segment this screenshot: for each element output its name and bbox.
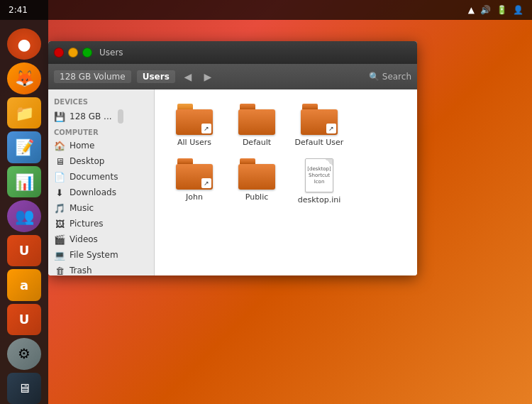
videos-icon: 🎬 [54,234,65,245]
title-bar: Users [48,41,417,64]
nav-back-button[interactable]: ◀ [181,70,195,84]
desktop-ini-file[interactable]: [desktop]ShortcutIcon desktop.ini [291,155,348,207]
computer-section-label: Computer [48,126,154,138]
default-label: Default [243,138,271,147]
sidebar-item-desktop-label: Desktop [70,156,105,166]
maximize-button[interactable] [82,48,92,58]
sidebar-item-videos[interactable]: 🎬 Videos [48,231,154,247]
ubuntu-dash-icon[interactable]: ● [7,28,41,60]
public-folder[interactable]: Public [228,155,285,207]
text-editor-icon[interactable]: 📝 [7,131,41,163]
search-label: Search [382,72,411,82]
user-icon: 👤 [513,5,523,15]
sidebar-item-trash-label: Trash [70,266,92,275]
sidebar-item-128gb-label: 128 GB ... [70,111,112,121]
desktop-icon: 🖥 [54,155,65,167]
window-title: Users [99,48,123,58]
sidebar-item-documents-label: Documents [70,172,118,182]
home-icon: 🏠 [54,140,65,151]
volume-icon: 🔊 [480,5,491,15]
sidebar-item-pictures[interactable]: 🖼 Pictures [48,216,154,231]
sidebar-item-filesystem[interactable]: 💻 File System [48,247,154,263]
sidebar-item-desktop[interactable]: 🖥 Desktop [48,153,154,169]
top-bar: 2:41 ▲ 🔊 🔋 👤 [0,0,532,20]
file-icon: [desktop]ShortcutIcon [305,158,333,192]
music-icon: 🎵 [54,202,65,214]
sidebar-item-music[interactable]: 🎵 Music [48,200,154,216]
files-icon[interactable]: 📁 [7,97,41,129]
spreadsheet-icon[interactable]: 📊 [7,166,41,197]
screen-icon[interactable]: 🖥 [7,373,41,404]
breadcrumb-volume[interactable]: 128 GB Volume [54,70,131,83]
documents-icon: 📄 [54,171,65,182]
sidebar-item-trash[interactable]: 🗑 Trash [48,263,154,275]
default-folder[interactable]: Default [228,101,285,150]
desktop: 2:41 ▲ 🔊 🔋 👤 ● 🦊 📁 📝 📊 👥 U [0,0,532,404]
file-manager-window: Users 128 GB Volume Users ◀ ▶ 🔍 Search D… [48,41,417,275]
settings-icon[interactable]: ⚙ [7,338,41,369]
files-area: ↗ All Users Default [155,89,417,275]
amazon-icon[interactable]: a [7,269,41,300]
device-icon: 💾 [54,111,65,122]
clock: 2:41 [9,5,28,15]
sidebar-item-home[interactable]: 🏠 Home [48,138,154,153]
network-icon: ▲ [468,5,475,15]
ubuntu-one-icon[interactable]: U [7,235,41,266]
top-bar-icons: ▲ 🔊 🔋 👤 [468,5,523,15]
trash-icon: 🗑 [54,265,65,275]
devices-section-label: Devices [48,95,154,107]
sidebar-item-pictures-label: Pictures [70,219,104,229]
sidebar-item-128gb[interactable]: 💾 128 GB ... [48,107,154,126]
sidebar-item-music-label: Music [70,203,94,213]
sidebar: Devices 💾 128 GB ... Computer 🏠 Home 🖥 D… [48,89,155,275]
public-label: Public [245,192,269,202]
sidebar-item-documents[interactable]: 📄 Documents [48,169,154,185]
sidebar-item-home-label: Home [70,141,94,151]
taskbar: ● 🦊 📁 📝 📊 👥 U a U ⚙ 🖥 [0,0,48,404]
toolbar: 128 GB Volume Users ◀ ▶ 🔍 Search [48,64,417,89]
people-icon[interactable]: 👥 [7,200,41,231]
breadcrumb-users[interactable]: Users [137,70,175,83]
sidebar-item-videos-label: Videos [70,234,98,244]
all-users-label: All Users [177,138,211,147]
scroll-indicator [118,109,123,124]
battery-icon: 🔋 [497,5,507,15]
filesystem-icon: 💻 [54,249,65,261]
firefox-icon[interactable]: 🦊 [7,62,41,94]
downloads-icon: ⬇ [54,187,65,198]
default-user-label: Default User [295,138,344,147]
sidebar-item-filesystem-label: File System [70,250,118,260]
sidebar-item-downloads[interactable]: ⬇ Downloads [48,185,154,200]
john-label: John [186,192,203,202]
nav-forward-button[interactable]: ▶ [201,70,215,84]
desktop-ini-label: desktop.ini [298,195,340,204]
default-user-folder[interactable]: ↗ Default User [291,101,348,150]
minimize-button[interactable] [68,48,78,58]
content-area: Devices 💾 128 GB ... Computer 🏠 Home 🖥 D… [48,89,417,275]
all-users-folder[interactable]: ↗ All Users [166,101,223,150]
john-folder[interactable]: ↗ John [166,155,223,207]
pictures-icon: 🖼 [54,218,65,229]
search-box[interactable]: 🔍 Search [369,72,411,82]
sidebar-item-downloads-label: Downloads [70,187,116,197]
close-button[interactable] [54,48,64,58]
search-icon: 🔍 [369,72,379,82]
ubuntu2-icon[interactable]: U [7,304,41,335]
